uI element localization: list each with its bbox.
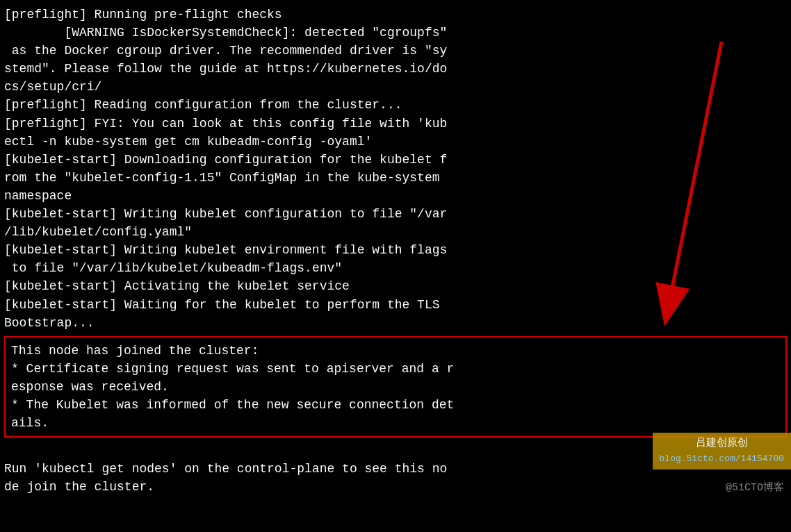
terminal-window: [preflight] Running pre-flight checks [W… [0,0,791,532]
watermark: 吕建创原创 blog.51cto.com/14154700 [653,433,791,469]
watermark-line2: blog.51cto.com/14154700 [660,452,784,467]
terminal-output-before: [preflight] Running pre-flight checks [W… [4,6,787,332]
watermark-line1: 吕建创原创 [660,435,784,452]
highlight-box: This node has joined the cluster: * Cert… [4,336,787,438]
at-label: @51CTO博客 [726,481,784,494]
highlight-text: This node has joined the cluster: * Cert… [11,344,454,430]
